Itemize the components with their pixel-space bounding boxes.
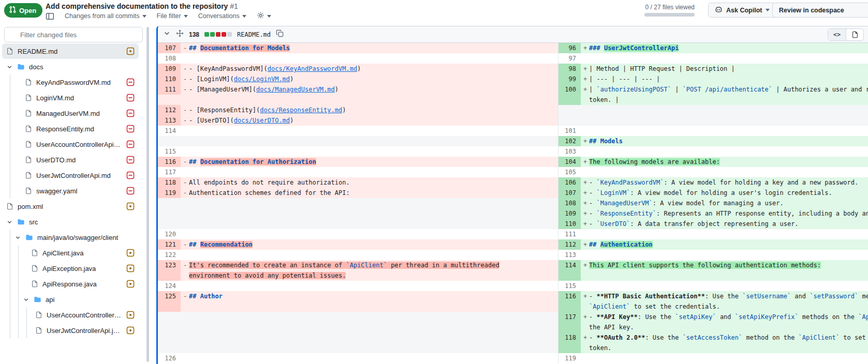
old-line-number[interactable]: 110 bbox=[158, 74, 181, 84]
file-icon bbox=[6, 48, 13, 55]
collapse-file-button[interactable] bbox=[163, 29, 171, 39]
rich-diff-button[interactable] bbox=[846, 29, 863, 40]
drag-handle-icon[interactable] bbox=[176, 29, 184, 39]
folder-icon bbox=[17, 63, 25, 71]
doc-link[interactable]: docs/LoginVM.md bbox=[234, 75, 290, 83]
toggle-sidebar-button[interactable] bbox=[46, 12, 54, 21]
new-line-number[interactable]: 112 bbox=[558, 239, 581, 250]
tree-item-src[interactable]: src bbox=[2, 214, 139, 230]
old-line-number[interactable]: 121 bbox=[158, 239, 181, 250]
source-view-button[interactable]: <> bbox=[828, 29, 846, 40]
new-line-number[interactable]: 109 bbox=[558, 208, 581, 219]
changes-from-commits-dropdown[interactable]: Changes from all commits bbox=[65, 12, 146, 20]
new-line-number[interactable]: 100 bbox=[558, 84, 581, 95]
new-line-number[interactable]: 119 bbox=[558, 353, 581, 363]
old-line-number[interactable]: 115 bbox=[158, 146, 181, 157]
review-in-codespace-button[interactable]: Review in codespace bbox=[772, 3, 868, 18]
filter-changed-files-input[interactable] bbox=[4, 27, 143, 42]
old-line-number[interactable]: 113 bbox=[158, 115, 181, 126]
doc-link[interactable]: docs/KeyAndPasswordVM.md bbox=[268, 65, 357, 72]
modified-status-icon bbox=[126, 202, 135, 210]
tree-item-responseentity.md[interactable]: ResponseEntity.md bbox=[2, 121, 139, 136]
new-line-number[interactable]: 96 bbox=[558, 43, 581, 53]
new-code-cell: `ApiClient` to set the credentials. bbox=[581, 301, 868, 312]
code-segment: : A view model for holding a user's logi… bbox=[630, 189, 832, 196]
old-line-number[interactable]: 111 bbox=[158, 84, 181, 95]
tree-item-loginvm.md[interactable]: LoginVM.md bbox=[2, 90, 139, 105]
chevron-down-icon[interactable] bbox=[23, 296, 30, 303]
ask-copilot-button[interactable]: Ask Copilot bbox=[708, 3, 776, 18]
new-line-number[interactable]: 97 bbox=[558, 53, 581, 64]
old-line-number[interactable]: 123 bbox=[158, 260, 181, 270]
tree-item-apiexception.java[interactable]: ApiException.java bbox=[2, 261, 139, 276]
old-line-number[interactable]: 107 bbox=[158, 43, 181, 53]
tree-item-apiresponse.java[interactable]: ApiResponse.java bbox=[2, 276, 139, 292]
tree-item-useraccountcontrollerapi.java[interactable]: UserAccountControllerApi.java bbox=[2, 307, 139, 323]
code-segment: The following models are available: bbox=[589, 158, 720, 165]
new-line-number[interactable]: 103 bbox=[558, 146, 581, 157]
code-segment: Documentation for Authorization bbox=[200, 158, 316, 165]
old-line-number[interactable]: 117 bbox=[158, 167, 181, 177]
old-line-number[interactable]: 120 bbox=[158, 229, 181, 239]
new-line-number[interactable]: 99 bbox=[558, 74, 581, 84]
tree-item-api[interactable]: api bbox=[2, 292, 139, 307]
tree-item-main-java-io-swagger-client[interactable]: main/java/io/swagger/client bbox=[2, 230, 139, 245]
tree-item-docs[interactable]: docs bbox=[2, 59, 139, 74]
doc-link[interactable]: docs/ManagedUserVM.md bbox=[256, 86, 335, 93]
tree-item-readme.md[interactable]: README.md bbox=[2, 43, 139, 59]
doc-link[interactable]: docs/UserDTO.md bbox=[234, 117, 290, 124]
old-line-number[interactable]: 112 bbox=[158, 105, 181, 115]
old-line-number[interactable]: 126 bbox=[158, 353, 181, 363]
old-line-number[interactable]: 109 bbox=[158, 64, 181, 74]
new-line-number[interactable]: 115 bbox=[558, 281, 581, 291]
tree-item-manageduservm.md[interactable]: ManagedUserVM.md bbox=[2, 105, 139, 121]
old-code-cell bbox=[181, 322, 558, 332]
conversations-dropdown[interactable]: Conversations bbox=[198, 12, 246, 20]
new-line-number[interactable]: 101 bbox=[558, 126, 581, 136]
gear-icon bbox=[257, 11, 264, 21]
new-line-number[interactable]: 104 bbox=[558, 157, 581, 167]
new-line-number[interactable]: 116 bbox=[558, 291, 581, 301]
old-line-number[interactable]: 119 bbox=[158, 188, 181, 198]
old-line-number[interactable]: 118 bbox=[158, 177, 181, 188]
file-filter-dropdown[interactable]: File filter bbox=[157, 12, 188, 20]
new-line-number[interactable]: 118 bbox=[558, 332, 581, 343]
tree-item-userjwtcontrollerapi.md[interactable]: UserJwtControllerApi.md bbox=[2, 168, 139, 183]
new-code-cell bbox=[581, 53, 868, 64]
chevron-down-icon[interactable] bbox=[14, 234, 21, 241]
chevron-down-icon[interactable] bbox=[6, 64, 13, 70]
new-line-number[interactable]: 106 bbox=[558, 177, 581, 188]
new-line-number[interactable]: 108 bbox=[558, 198, 581, 208]
new-line-number[interactable]: 107 bbox=[558, 188, 581, 198]
old-line-number[interactable]: 108 bbox=[158, 53, 181, 64]
sidebar-scrollbar[interactable] bbox=[146, 27, 149, 362]
new-line-number[interactable]: 114 bbox=[558, 260, 581, 270]
old-line-number[interactable]: 114 bbox=[158, 126, 181, 136]
doc-link[interactable]: docs/ResponseEntity.md bbox=[260, 107, 342, 114]
chevron-down-icon[interactable] bbox=[6, 219, 13, 225]
copy-file-path-button[interactable] bbox=[276, 29, 284, 39]
new-line-number[interactable]: 117 bbox=[558, 312, 581, 322]
diff-settings-dropdown[interactable] bbox=[257, 11, 271, 21]
new-line-number[interactable]: 105 bbox=[558, 167, 581, 177]
new-code-cell: +| Method | HTTP Request | Description | bbox=[581, 64, 868, 74]
tree-item-userjwtcontrollerapi.java[interactable]: UserJwtControllerApi.java bbox=[2, 323, 139, 338]
tree-item-pom.xml[interactable]: pom.xml bbox=[2, 199, 139, 214]
diff-filename[interactable]: README.md bbox=[237, 31, 271, 38]
old-line-number[interactable]: 124 bbox=[158, 281, 181, 291]
tree-item-userdto.md[interactable]: UserDTO.md bbox=[2, 152, 139, 168]
page-title: Add comprehensive documentation to the r… bbox=[46, 2, 238, 10]
new-line-number[interactable]: 110 bbox=[558, 219, 581, 229]
tree-item-useraccountcontrollerapi.md[interactable]: UserAccountControllerApi.md bbox=[2, 136, 139, 152]
old-line-number[interactable]: 122 bbox=[158, 250, 181, 260]
deleted-status-icon bbox=[126, 187, 135, 195]
tree-item-apiclient.java[interactable]: ApiClient.java bbox=[2, 245, 139, 261]
new-line-number[interactable]: 98 bbox=[558, 64, 581, 74]
tree-item-swagger.yaml[interactable]: swagger.yaml bbox=[2, 183, 139, 199]
new-line-number[interactable]: 102 bbox=[558, 136, 581, 146]
old-line-number[interactable]: 125 bbox=[158, 291, 181, 301]
new-line-number[interactable]: 111 bbox=[558, 229, 581, 239]
old-line-number[interactable]: 116 bbox=[158, 157, 181, 167]
tree-item-keyandpasswordvm.md[interactable]: KeyAndPasswordVM.md bbox=[2, 74, 139, 90]
new-line-number[interactable]: 113 bbox=[558, 250, 581, 260]
